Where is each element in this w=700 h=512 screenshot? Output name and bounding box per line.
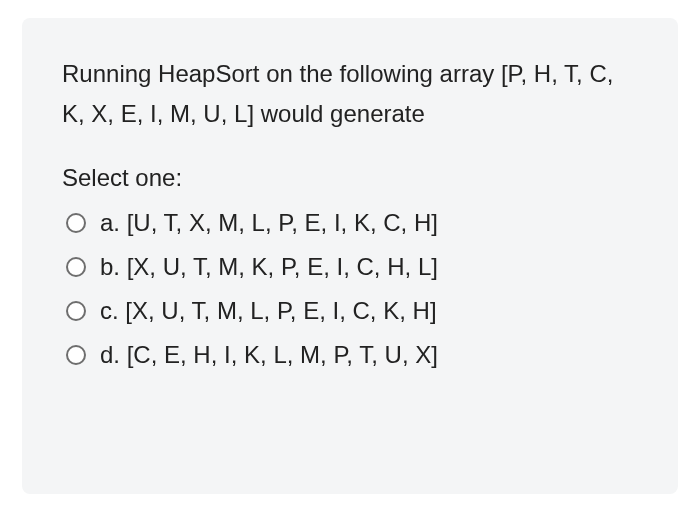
radio-icon[interactable] [66, 301, 86, 321]
option-label: d. [C, E, H, I, K, L, M, P, T, U, X] [100, 338, 438, 372]
option-b[interactable]: b. [X, U, T, M, K, P, E, I, C, H, L] [62, 250, 642, 284]
radio-icon[interactable] [66, 345, 86, 365]
option-label: b. [X, U, T, M, K, P, E, I, C, H, L] [100, 250, 438, 284]
option-c[interactable]: c. [X, U, T, M, L, P, E, I, C, K, H] [62, 294, 642, 328]
question-text: Running HeapSort on the following array … [62, 54, 642, 134]
select-one-label: Select one: [62, 162, 642, 194]
radio-icon[interactable] [66, 257, 86, 277]
option-label: c. [X, U, T, M, L, P, E, I, C, K, H] [100, 294, 437, 328]
options-group: a. [U, T, X, M, L, P, E, I, K, C, H] b. … [62, 206, 642, 372]
option-d[interactable]: d. [C, E, H, I, K, L, M, P, T, U, X] [62, 338, 642, 372]
radio-icon[interactable] [66, 213, 86, 233]
question-card: Running HeapSort on the following array … [22, 18, 678, 494]
option-a[interactable]: a. [U, T, X, M, L, P, E, I, K, C, H] [62, 206, 642, 240]
option-label: a. [U, T, X, M, L, P, E, I, K, C, H] [100, 206, 438, 240]
